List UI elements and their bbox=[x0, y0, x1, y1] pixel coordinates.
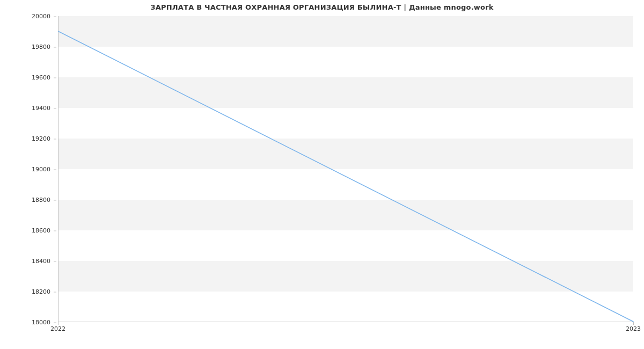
y-tick: 18200 bbox=[0, 288, 54, 295]
y-tick: 20000 bbox=[0, 13, 54, 20]
x-tick: 2023 bbox=[626, 325, 641, 332]
y-axis: 18000 18200 18400 18600 18800 19000 1920… bbox=[0, 16, 54, 322]
y-tick: 19000 bbox=[0, 166, 54, 173]
plot-area bbox=[58, 16, 633, 322]
line-series bbox=[58, 16, 633, 322]
y-tick: 18400 bbox=[0, 258, 54, 265]
y-tick: 19600 bbox=[0, 74, 54, 81]
y-tick: 19400 bbox=[0, 105, 54, 112]
y-tick: 18000 bbox=[0, 319, 54, 326]
y-tick: 18800 bbox=[0, 197, 54, 203]
chart-container: ЗАРПЛАТА В ЧАСТНАЯ ОХРАННАЯ ОРГАНИЗАЦИЯ … bbox=[0, 0, 644, 349]
y-tick: 19200 bbox=[0, 135, 54, 142]
x-tick: 2022 bbox=[50, 325, 65, 332]
chart-title: ЗАРПЛАТА В ЧАСТНАЯ ОХРАННАЯ ОРГАНИЗАЦИЯ … bbox=[0, 3, 644, 11]
x-axis: 2022 2023 bbox=[58, 322, 633, 333]
y-tick: 19800 bbox=[0, 43, 54, 50]
y-tick: 18600 bbox=[0, 227, 54, 234]
